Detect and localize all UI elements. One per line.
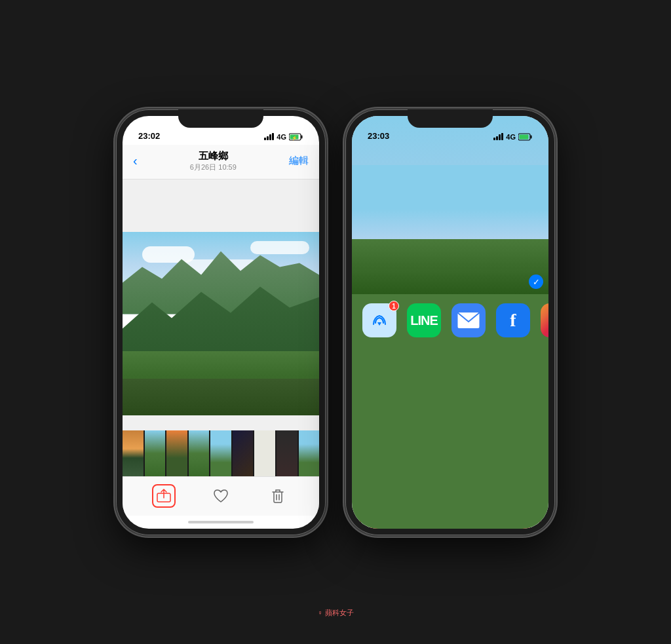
share-preview-image: ✓: [352, 209, 548, 294]
status-icons-right: 4G: [493, 133, 533, 141]
network-type-right: 4G: [506, 133, 516, 141]
nav-header-left: ‹ 五峰鄉 6月26日 10:59 編輯: [123, 145, 319, 180]
heart-icon: [213, 489, 229, 503]
mail-icon-container: [451, 303, 486, 337]
heart-button[interactable]: [209, 484, 233, 508]
signal-bars-right: [493, 133, 503, 140]
fb-icon-container: f: [496, 303, 530, 337]
cloud3: [250, 241, 309, 254]
photo-white-bottom: [123, 415, 319, 430]
home-indicator-left: [123, 516, 319, 529]
phone-right: 23:03 4G: [345, 109, 555, 535]
share-sheet-header: 已選取 1張照片 ⬡ · 五峰鄉 選項 › ×: [352, 165, 548, 209]
notch-left: [178, 109, 263, 128]
time-right: 23:03: [368, 131, 389, 141]
ig-svg-icon: [548, 311, 548, 330]
ig-icon-container: [541, 303, 548, 337]
mail-svg-icon: [457, 313, 480, 328]
svg-text:⚡: ⚡: [292, 135, 297, 141]
subtitle-text-left: 6月26日 10:59: [190, 162, 237, 172]
thumb-5[interactable]: [210, 430, 231, 476]
share-icon: [157, 489, 171, 503]
svg-rect-7: [520, 134, 529, 139]
main-photo: [123, 232, 319, 415]
thumb-6[interactable]: [233, 430, 254, 476]
fb-icon-text: f: [510, 311, 516, 330]
share-button[interactable]: [152, 484, 176, 508]
notch-right: [408, 109, 493, 128]
screen-left: 23:02 4G ⚡ ‹ 五峰鄉: [123, 116, 319, 529]
watermark: ♀ 蘋科女子: [317, 608, 353, 618]
veg-detail: [123, 379, 319, 415]
trash-icon: [271, 488, 285, 504]
airdrop-icon-container: 1: [362, 303, 396, 337]
share-sheet: 已選取 1張照片 ⬡ · 五峰鄉 選項 › × ✓: [352, 165, 548, 528]
trash-button[interactable]: [266, 484, 290, 508]
battery-icon-right: [518, 133, 533, 141]
phone-left: 23:02 4G ⚡ ‹ 五峰鄉: [116, 109, 326, 535]
status-icons-left: 4G ⚡: [264, 133, 303, 141]
title-text-left: 五峰鄉: [190, 150, 237, 162]
share-thumbnail: [362, 173, 391, 202]
svg-rect-1: [301, 135, 303, 138]
thumb-3[interactable]: [166, 430, 187, 476]
edit-button-left[interactable]: 編輯: [289, 155, 309, 167]
line-icon-text: LINE: [410, 313, 438, 328]
airdrop-badge: 1: [389, 301, 399, 311]
signal-bars: [264, 133, 274, 140]
thumbnail-strip: [123, 430, 319, 476]
photo-white-top: [123, 180, 319, 232]
thumb-2[interactable]: [145, 430, 166, 476]
screen-right: 23:03 4G: [352, 116, 548, 529]
time-left: 23:02: [138, 131, 160, 141]
svg-point-8: [369, 310, 390, 331]
line-icon-container: LINE: [407, 303, 441, 337]
battery-icon-left: ⚡: [289, 133, 303, 141]
thumb-1[interactable]: [123, 430, 144, 476]
thumb-9[interactable]: [299, 430, 320, 476]
airdrop-svg-icon: [368, 309, 391, 332]
nav-title-left: 五峰鄉 6月26日 10:59: [190, 150, 237, 172]
network-type-left: 4G: [277, 133, 286, 141]
thumb-4[interactable]: [189, 430, 210, 476]
thumb-8[interactable]: [277, 430, 297, 476]
bottom-toolbar: [123, 476, 319, 516]
back-button-left[interactable]: ‹: [133, 153, 138, 168]
thumb-7[interactable]: [254, 430, 275, 476]
svg-rect-6: [531, 135, 532, 138]
selection-checkmark: ✓: [529, 275, 543, 289]
